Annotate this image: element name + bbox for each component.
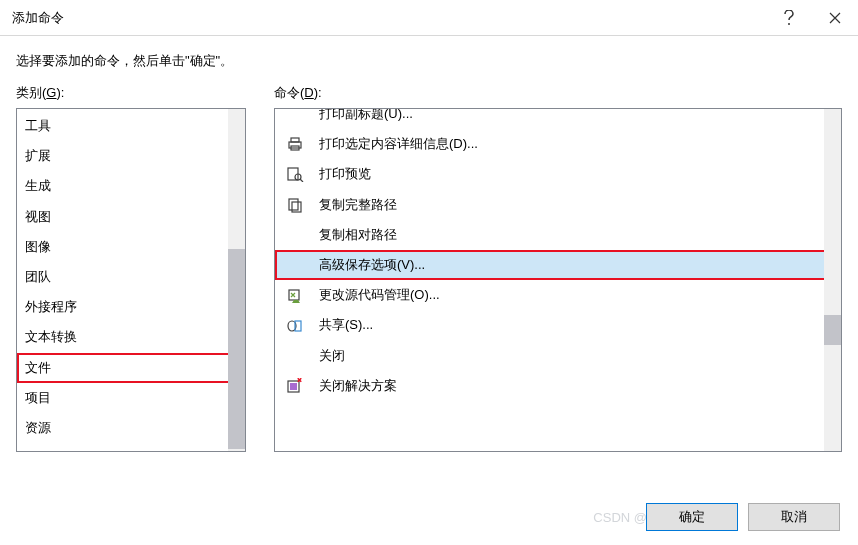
svg-point-0 [788,23,790,25]
command-item[interactable]: 关闭解决方案 [275,371,841,401]
blank-icon [285,108,305,123]
category-label: 类别(G): [16,84,246,102]
copy-icon [285,196,305,214]
category-item[interactable]: 团队 [17,262,245,292]
command-item-label: 关闭 [315,347,835,365]
category-item[interactable]: 文本转换 [17,322,245,352]
dialog-title: 添加命令 [12,9,766,27]
command-item[interactable]: 关闭 [275,341,841,371]
help-button[interactable] [766,0,812,36]
preview-icon [285,165,305,183]
print-icon [285,135,305,153]
command-item-label: 关闭解决方案 [315,377,835,395]
instruction-text: 选择要添加的命令，然后单击"确定"。 [16,52,842,70]
close-sln-icon [285,377,305,395]
close-button[interactable] [812,0,858,36]
svg-line-6 [300,179,303,182]
commands-listbox[interactable]: 打印副标题(U)...打印选定内容详细信息(D)...打印预览复制完整路径复制相… [274,108,842,452]
svg-rect-13 [290,383,297,390]
svg-rect-9 [289,290,299,300]
command-item[interactable]: 共享(S)... [275,310,841,340]
cancel-button[interactable]: 取消 [748,503,840,531]
command-item[interactable]: 高级保存选项(V)... [275,250,841,280]
category-scrollbar[interactable] [228,109,245,451]
commands-scrollbar-thumb[interactable] [824,315,841,345]
commands-scrollbar[interactable] [824,109,841,451]
command-item[interactable]: 打印副标题(U)... [275,108,841,129]
blank-icon [285,226,305,244]
command-item-label: 复制相对路径 [315,226,835,244]
dialog-footer: 确定 取消 [646,503,840,531]
command-item[interactable]: 打印预览 [275,159,841,189]
command-item-label: 共享(S)... [315,316,835,334]
commands-label: 命令(D): [274,84,842,102]
titlebar: 添加命令 [0,0,858,36]
category-item[interactable]: 视图 [17,202,245,232]
command-item-label: 打印选定内容详细信息(D)... [315,135,835,153]
category-item[interactable]: 外接程序 [17,292,245,322]
ok-button[interactable]: 确定 [646,503,738,531]
category-item[interactable]: 工具 [17,111,245,141]
category-item[interactable]: 项目 [17,383,245,413]
command-item-label: 打印副标题(U)... [315,108,835,123]
svg-rect-2 [291,138,299,142]
command-item-label: 高级保存选项(V)... [315,256,835,274]
category-item[interactable]: 资源 [17,413,245,443]
share-icon [285,316,305,334]
category-item[interactable]: 图像 [17,232,245,262]
blank-icon [285,256,305,274]
command-item-label: 复制完整路径 [315,196,835,214]
command-item[interactable]: 更改源代码管理(O)... [275,280,841,310]
dialog-content: 选择要添加的命令，然后单击"确定"。 类别(G): 工具扩展生成视图图像团队外接… [0,36,858,460]
command-item-label: 更改源代码管理(O)... [315,286,835,304]
command-item[interactable]: 复制相对路径 [275,220,841,250]
category-item[interactable]: 生成 [17,171,245,201]
blank-icon [285,347,305,365]
scm-icon [285,286,305,304]
category-item[interactable]: 文件 [17,353,245,383]
category-listbox[interactable]: 工具扩展生成视图图像团队外接程序文本转换文件项目资源 [16,108,246,452]
category-item[interactable]: 扩展 [17,141,245,171]
svg-rect-7 [289,199,298,210]
category-scrollbar-thumb[interactable] [228,249,245,449]
command-item[interactable]: 复制完整路径 [275,190,841,220]
command-item[interactable]: 打印选定内容详细信息(D)... [275,129,841,159]
command-item-label: 打印预览 [315,165,835,183]
